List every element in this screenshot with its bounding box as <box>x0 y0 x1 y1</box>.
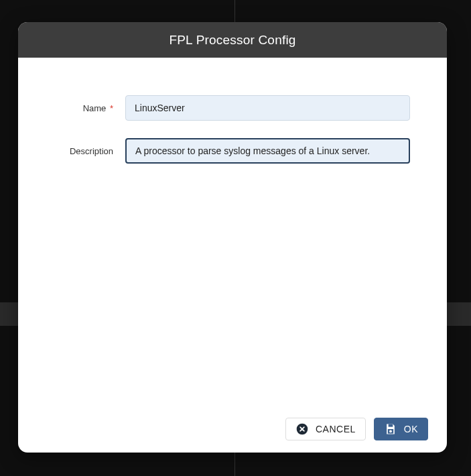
description-label: Description <box>55 146 125 156</box>
name-label-text: Name <box>83 103 107 113</box>
ok-label: OK <box>404 424 418 434</box>
name-label: Name * <box>55 103 125 113</box>
form-row-name: Name * <box>55 95 410 121</box>
cancel-icon <box>295 422 309 436</box>
cancel-button[interactable]: CANCEL <box>285 418 366 440</box>
svg-rect-1 <box>388 424 393 427</box>
svg-point-3 <box>389 430 392 432</box>
name-input[interactable] <box>125 95 410 121</box>
modal-title: FPL Processor Config <box>169 33 295 48</box>
modal-header: FPL Processor Config <box>18 22 447 58</box>
description-input[interactable] <box>125 138 410 164</box>
cancel-label: CANCEL <box>316 424 356 434</box>
form-row-description: Description <box>55 138 410 164</box>
config-modal: FPL Processor Config Name * Description <box>18 22 447 453</box>
ok-button[interactable]: OK <box>374 418 428 440</box>
save-icon <box>384 422 397 436</box>
modal-body: Name * Description CANCEL <box>18 58 447 453</box>
required-asterisk: * <box>110 103 113 113</box>
modal-footer: CANCEL OK <box>285 418 428 440</box>
